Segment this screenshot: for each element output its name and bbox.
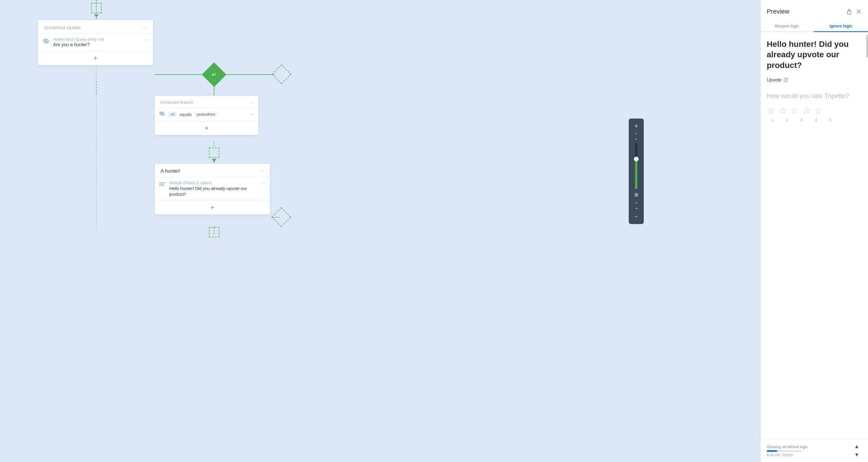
- star-num-1: 1: [768, 118, 777, 122]
- cluster-title-1: Unnamed cluster: [44, 25, 81, 31]
- svg-point-19: [159, 183, 160, 183]
- star-4[interactable]: ☆: [802, 105, 811, 116]
- svg-rect-16: [160, 183, 165, 183]
- preview-content: Hello hunter! Did you already upvote our…: [760, 32, 868, 439]
- preview-question-title: Hello hunter! Did you already upvote our…: [767, 39, 861, 70]
- branch-item-menu-1[interactable]: ···: [251, 112, 254, 117]
- upvote-link-icon[interactable]: [784, 78, 788, 83]
- star-numbers: 1 2 3 4 5: [767, 118, 861, 122]
- zoom-plus-btn[interactable]: +: [631, 121, 642, 131]
- canvas-area: Unnamed cluster ··· Hidden field / Query…: [0, 0, 760, 462]
- showing-logic-label: Showing all without logic: [767, 444, 808, 449]
- svg-point-21: [159, 185, 160, 186]
- empty-diamond-2[interactable]: [271, 207, 291, 227]
- star-1[interactable]: ☆: [767, 105, 775, 116]
- svg-point-20: [159, 184, 160, 185]
- star-num-2: 2: [782, 118, 792, 122]
- arrow-down-diamond: [212, 84, 216, 87]
- zoom-slider[interactable]: [635, 143, 638, 189]
- branch-menu-1[interactable]: ···: [249, 100, 253, 105]
- upvote-label: Upvote: [767, 77, 781, 83]
- preview-icons: [846, 8, 861, 15]
- cluster-menu-1[interactable]: ···: [143, 25, 147, 31]
- section-menu-1[interactable]: ···: [260, 168, 264, 174]
- preview-nav-down[interactable]: ▼: [852, 451, 861, 459]
- mc-label-1: Hello hunter! Did you already upvote our…: [169, 186, 258, 197]
- star-3[interactable]: ☆: [790, 105, 799, 116]
- branch-value-tag: producthunt: [194, 112, 217, 117]
- arrow-down-2: [212, 159, 216, 162]
- tab-respect-logic[interactable]: Respect logic: [760, 21, 814, 32]
- bottom-node-1[interactable]: [209, 227, 219, 237]
- rating-label: How would you rate Tripetto?: [767, 92, 861, 100]
- svg-rect-17: [160, 184, 164, 185]
- branch-ref-tag: ref: [168, 112, 177, 117]
- mc-item-1: Multiple Choice (1 option) Hello hunter!…: [155, 177, 270, 200]
- preview-panel: Preview Respect logic Ignore logic: [760, 0, 868, 462]
- cluster-item-content-1: Hidden field / Query string / ref Are yo…: [53, 37, 141, 47]
- section-title-1: A hunter!: [161, 168, 180, 174]
- branch-equals: equals: [180, 112, 191, 117]
- rating-section: How would you rate Tripetto? ☆ ☆ ☆ ☆ ☆ 1…: [767, 92, 861, 122]
- arrow-down-1: [94, 14, 99, 18]
- tab-ignore-logic[interactable]: Ignore logic: [814, 21, 868, 32]
- cluster-item-sublabel-1: Hidden field / Query string / ref: [53, 37, 141, 42]
- empty-diamond-1[interactable]: [272, 64, 291, 84]
- built-with-label: Built with Tripetto: [767, 453, 808, 457]
- cluster-item-label-1: Are you a hunter?: [53, 42, 141, 47]
- zoom-chevron-down-1: ⌄: [634, 199, 638, 205]
- preview-nav-up[interactable]: ▲: [852, 443, 861, 450]
- preview-tabs: Respect logic Ignore logic: [760, 21, 868, 32]
- cluster-item-menu-1[interactable]: ···: [145, 37, 148, 42]
- cluster-node-1: Unnamed cluster ··· Hidden field / Query…: [38, 20, 153, 65]
- zoom-slider-thumb[interactable]: [634, 157, 639, 161]
- footer-left: Showing all without logic Built with Tri…: [767, 444, 808, 457]
- star-num-4: 4: [811, 118, 820, 122]
- preview-footer: Showing all without logic Built with Tri…: [760, 439, 868, 462]
- upvote-row: Upvote: [767, 77, 861, 83]
- cluster-item-1: Hidden field / Query string / ref Are yo…: [38, 34, 153, 51]
- branch-node-1: Unnamed branch ··· ref equals producthun…: [155, 95, 259, 135]
- section-header-1: A hunter! ···: [155, 164, 270, 177]
- start-node[interactable]: [91, 3, 101, 13]
- canvas-connectors: [0, 0, 760, 462]
- svg-rect-22: [847, 11, 851, 14]
- logic-progress-bar: [767, 450, 802, 452]
- preview-nav-arrows: ▲ ▼: [852, 443, 861, 459]
- star-2[interactable]: ☆: [779, 105, 787, 116]
- star-5[interactable]: ☆: [814, 105, 823, 116]
- branch-eye-icon: [159, 111, 165, 118]
- stars-row: ☆ ☆ ☆ ☆ ☆: [767, 105, 861, 116]
- preview-header: Preview: [760, 0, 868, 18]
- mc-icon: [159, 181, 166, 189]
- cluster-header-1: Unnamed cluster ···: [38, 20, 153, 34]
- zoom-fit-icon[interactable]: ⊞: [634, 192, 638, 197]
- cluster-add-btn-1[interactable]: +: [38, 51, 153, 65]
- branch-header-1: Unnamed branch ···: [155, 96, 258, 107]
- preview-title: Preview: [767, 8, 789, 15]
- logic-diamond[interactable]: ↵: [202, 62, 226, 87]
- branch-add-btn-1[interactable]: +: [155, 121, 258, 135]
- zoom-chevron-down-2: ⌄: [634, 205, 638, 210]
- mid-node-1[interactable]: [209, 147, 219, 158]
- preview-close-btn[interactable]: [857, 9, 861, 14]
- svg-line-25: [785, 78, 787, 80]
- left-scroll-edge: [0, 0, 2, 462]
- star-num-5: 5: [826, 118, 835, 122]
- zoom-minus-btn[interactable]: −: [631, 211, 642, 222]
- branch-title-1: Unnamed branch: [160, 100, 193, 105]
- svg-rect-18: [160, 185, 165, 186]
- mc-sublabel-1: Multiple Choice (1 option): [169, 181, 258, 185]
- zoom-slider-fill: [635, 159, 638, 189]
- hidden-field-icon: [42, 38, 50, 45]
- star-num-3: 3: [797, 118, 806, 122]
- section-add-btn-1[interactable]: +: [155, 200, 270, 214]
- section-node-1: A hunter! ··· Multiple Choice (1 option)…: [155, 163, 270, 215]
- mc-item-menu-1[interactable]: ···: [261, 181, 265, 186]
- zoom-arrows: ⌃ ⌄: [634, 132, 638, 140]
- diamond-icon: ↵: [212, 71, 217, 78]
- mc-content-1: Multiple Choice (1 option) Hello hunter!…: [169, 181, 258, 197]
- zoom-controls: + ⌃ ⌄ ⊞ ⌄ ⌄ −: [629, 119, 644, 224]
- preview-lock-btn[interactable]: [846, 8, 852, 15]
- logic-progress-fill: [767, 450, 777, 452]
